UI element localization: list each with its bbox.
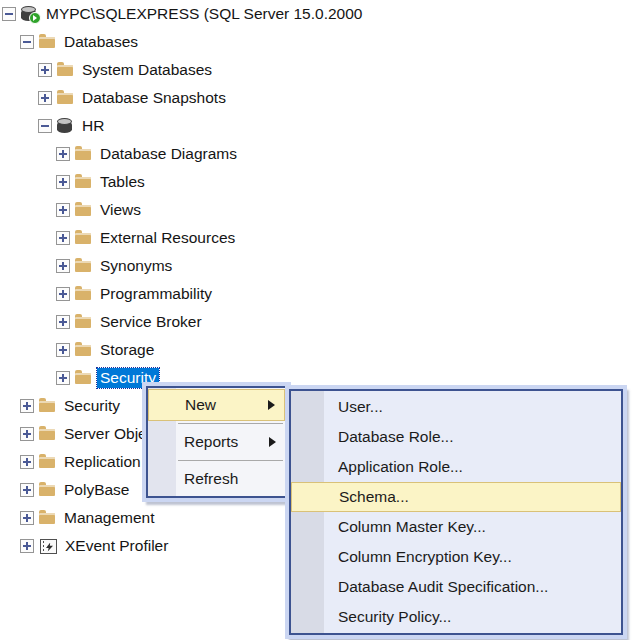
menu-item-column-encryption-key[interactable]: Column Encryption Key...: [291, 542, 621, 572]
menu-item-label: Database Audit Specification...: [338, 578, 548, 596]
menu-item-label: New: [185, 396, 216, 414]
submenu-arrow-icon: [269, 437, 276, 447]
folder-icon: [75, 314, 92, 330]
tree-item-label: External Resources: [97, 228, 238, 248]
expand-plus-icon[interactable]: [56, 147, 70, 161]
tree-item-label: Synonyms: [97, 256, 175, 276]
folder-icon: [57, 90, 74, 106]
menu-item-label: Column Master Key...: [338, 518, 486, 536]
tree-item-database-diagrams[interactable]: Database Diagrams: [0, 140, 632, 168]
menu-item-user[interactable]: User...: [291, 392, 621, 422]
menu-item-label: User...: [338, 398, 383, 416]
tree-item-external-resources[interactable]: External Resources: [0, 224, 632, 252]
expand-plus-icon[interactable]: [56, 175, 70, 189]
menu-item-label: Security Policy...: [338, 608, 451, 626]
server-running-badge-icon: [29, 12, 41, 24]
menu-item-refresh[interactable]: Refresh: [148, 463, 285, 495]
tree-item-service-broker[interactable]: Service Broker: [0, 308, 632, 336]
tree-item-label: Views: [97, 200, 144, 220]
tree-item-label: Security: [97, 368, 159, 388]
folder-icon: [75, 286, 92, 302]
tree-item-storage[interactable]: Storage: [0, 336, 632, 364]
expand-plus-icon[interactable]: [56, 315, 70, 329]
tree-item-mypc-sqlexpress-sql-server-15-0-2000[interactable]: MYPC\SQLEXPRESS (SQL Server 15.0.2000: [0, 0, 632, 28]
tree-item-views[interactable]: Views: [0, 196, 632, 224]
menu-item-application-role[interactable]: Application Role...: [291, 452, 621, 482]
expand-plus-icon[interactable]: [56, 287, 70, 301]
database-icon: [57, 118, 74, 134]
tree-item-label: XEvent Profiler: [62, 536, 171, 556]
collapse-minus-icon[interactable]: [38, 119, 52, 133]
menu-item-new[interactable]: New: [148, 389, 285, 421]
expand-plus-icon[interactable]: [20, 427, 34, 441]
expand-plus-icon[interactable]: [20, 511, 34, 525]
folder-icon: [39, 482, 56, 498]
folder-icon: [39, 426, 56, 442]
menu-item-label: Database Role...: [338, 428, 453, 446]
expand-plus-icon[interactable]: [20, 539, 34, 553]
folder-icon: [39, 510, 56, 526]
tree-item-label: HR: [79, 116, 107, 136]
folder-icon: [75, 174, 92, 190]
menu-item-label: Application Role...: [338, 458, 463, 476]
tree-item-label: Storage: [97, 340, 157, 360]
tree-item-security[interactable]: Security: [0, 364, 632, 392]
menu-item-label: Reports: [184, 433, 238, 451]
folder-icon: [75, 146, 92, 162]
tree-item-system-databases[interactable]: System Databases: [0, 56, 632, 84]
tree-item-label: Databases: [61, 32, 141, 52]
tree-item-label: Replication: [61, 452, 144, 472]
folder-icon: [39, 34, 56, 50]
expand-plus-icon[interactable]: [20, 483, 34, 497]
expand-plus-icon[interactable]: [38, 91, 52, 105]
menu-item-label: Schema...: [339, 488, 409, 506]
expand-plus-icon[interactable]: [38, 63, 52, 77]
tree-item-label: Database Snapshots: [79, 88, 229, 108]
tree-item-label: PolyBase: [61, 480, 132, 500]
new-submenu: User...Database Role...Application Role.…: [289, 389, 623, 635]
menu-separator: [178, 423, 283, 424]
tree-item-label: Security: [61, 396, 123, 416]
menu-item-schema[interactable]: Schema...: [291, 482, 621, 512]
expand-plus-icon[interactable]: [56, 259, 70, 273]
expand-plus-icon[interactable]: [20, 455, 34, 469]
tree-item-hr[interactable]: HR: [0, 112, 632, 140]
tree-item-label: Programmability: [97, 284, 215, 304]
context-menu: NewReportsRefresh: [146, 386, 287, 498]
menu-item-column-master-key[interactable]: Column Master Key...: [291, 512, 621, 542]
folder-icon: [75, 202, 92, 218]
tree-item-databases[interactable]: Databases: [0, 28, 632, 56]
expand-plus-icon[interactable]: [56, 371, 70, 385]
tree-item-label: Management: [61, 508, 157, 528]
tree-item-label: Tables: [97, 172, 148, 192]
menu-item-database-audit-specification[interactable]: Database Audit Specification...: [291, 572, 621, 602]
expand-plus-icon[interactable]: [20, 399, 34, 413]
tree-item-label: Database Diagrams: [97, 144, 240, 164]
tree-item-synonyms[interactable]: Synonyms: [0, 252, 632, 280]
tree-item-database-snapshots[interactable]: Database Snapshots: [0, 84, 632, 112]
xevent-profiler-icon: [40, 539, 57, 554]
folder-icon: [75, 230, 92, 246]
menu-separator: [178, 460, 283, 461]
tree-item-label: MYPC\SQLEXPRESS (SQL Server 15.0.2000: [43, 4, 365, 24]
folder-icon: [75, 370, 92, 386]
object-explorer-panel: MYPC\SQLEXPRESS (SQL Server 15.0.2000Dat…: [0, 0, 632, 640]
tree-item-tables[interactable]: Tables: [0, 168, 632, 196]
expand-plus-icon[interactable]: [56, 231, 70, 245]
folder-icon: [57, 62, 74, 78]
folder-icon: [39, 398, 56, 414]
expand-plus-icon[interactable]: [56, 343, 70, 357]
tree-item-programmability[interactable]: Programmability: [0, 280, 632, 308]
tree-item-label: System Databases: [79, 60, 215, 80]
submenu-arrow-icon: [268, 400, 275, 410]
tree-item-label: Service Broker: [97, 312, 205, 332]
collapse-minus-icon[interactable]: [20, 35, 34, 49]
menu-item-label: Refresh: [184, 470, 238, 488]
server-icon: [21, 6, 38, 22]
expand-plus-icon[interactable]: [56, 203, 70, 217]
collapse-minus-icon[interactable]: [2, 7, 16, 21]
menu-item-reports[interactable]: Reports: [148, 426, 285, 458]
menu-item-security-policy[interactable]: Security Policy...: [291, 602, 621, 632]
folder-icon: [75, 342, 92, 358]
menu-item-database-role[interactable]: Database Role...: [291, 422, 621, 452]
